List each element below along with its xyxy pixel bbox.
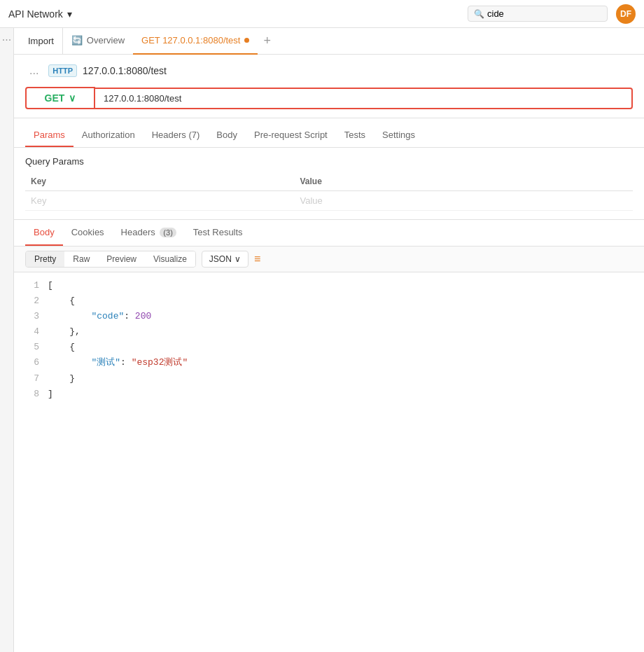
tab-headers[interactable]: Headers (7) (144, 124, 209, 147)
json-dropdown-chevron-icon: ∨ (234, 254, 241, 264)
avatar: DF (616, 4, 636, 24)
resp-tab-cookies[interactable]: Cookies (63, 220, 113, 246)
app-title-area: API Network ▾ (8, 8, 72, 20)
format-preview[interactable]: Preview (98, 251, 145, 267)
top-bar: API Network ▾ 🔍 DF (0, 0, 644, 28)
import-label: Import (28, 36, 54, 46)
format-raw[interactable]: Raw (64, 251, 98, 267)
search-icon: 🔍 (474, 9, 484, 19)
tab-params[interactable]: Params (25, 124, 74, 147)
tab-authorization[interactable]: Authorization (74, 124, 144, 147)
params-placeholder-row: Key Value (25, 191, 633, 211)
json-line-2: 2 { (25, 293, 633, 309)
json-line-5: 5 { (25, 340, 633, 355)
add-tab-button[interactable]: + (258, 34, 276, 48)
active-request-tab[interactable]: GET 127.0.0.1:8080/test (133, 28, 258, 55)
overview-icon: 🔄 (71, 35, 83, 46)
url-input-wrapper[interactable]: 127.0.0.1:8080/test (95, 88, 633, 109)
method-dropdown[interactable]: GET ∨ (25, 87, 95, 109)
tab-dot-icon (244, 38, 249, 43)
request-tabs: Params Authorization Headers (7) Body Pr… (14, 124, 644, 148)
sidebar: ··· (0, 28, 14, 652)
json-line-1: 1 [ (25, 278, 633, 293)
overview-tab[interactable]: 🔄 Overview (63, 28, 133, 55)
response-tabs: Body Cookies Headers (3) Test Results (14, 220, 644, 247)
url-display: 127.0.0.1:8080/test (104, 93, 181, 104)
tab-body[interactable]: Body (208, 124, 246, 147)
request-title: 127.0.0.1:8080/test (83, 65, 167, 76)
json-line-7: 7 } (25, 371, 633, 387)
ellipsis-menu[interactable]: ··· (2, 34, 11, 46)
col-value-header: Value (294, 172, 633, 191)
params-table: Key Value Key Value (25, 172, 633, 211)
resp-tab-headers[interactable]: Headers (3) (113, 220, 185, 246)
response-toolbar: Pretty Raw Preview Visualize JSON ∨ (14, 247, 644, 272)
json-line-6: 6 "测试": "esp32测试" (25, 355, 633, 370)
ellipsis-button[interactable]: ... (25, 63, 43, 78)
query-params-title: Query Params (25, 156, 633, 167)
content-area: Import 🔄 Overview GET 127.0.0.1:8080/tes… (14, 28, 644, 652)
format-tabs: Pretty Raw Preview Visualize (25, 251, 196, 268)
resp-tab-body[interactable]: Body (25, 220, 63, 246)
headers-badge: (3) (160, 228, 176, 237)
query-params-section: Query Params Key Value Key Value (14, 148, 644, 219)
json-line-8: 8 ] (25, 387, 633, 402)
json-content: 1 [ 2 { 3 "code": 200 4 }, (14, 272, 644, 652)
json-type-label: JSON (209, 254, 232, 264)
json-type-dropdown[interactable]: JSON ∨ (202, 251, 248, 268)
top-bar-right: 🔍 DF (468, 4, 636, 24)
overview-label: Overview (87, 35, 125, 46)
key-placeholder[interactable]: Key (25, 191, 294, 211)
request-area: ... HTTP 127.0.0.1:8080/test GET ∨ 127.0… (14, 55, 644, 118)
tab-prerequest[interactable]: Pre-request Script (246, 124, 336, 147)
http-badge: HTTP (48, 64, 77, 77)
tab-bar: Import 🔄 Overview GET 127.0.0.1:8080/tes… (14, 28, 644, 55)
dropdown-arrow-icon[interactable]: ▾ (67, 8, 72, 20)
format-pretty[interactable]: Pretty (26, 251, 64, 267)
resp-tab-test-results[interactable]: Test Results (185, 220, 251, 246)
json-line-3: 3 "code": 200 (25, 309, 633, 324)
method-label: GET (45, 92, 65, 104)
tab-settings[interactable]: Settings (374, 124, 424, 147)
search-box[interactable]: 🔍 (468, 6, 608, 22)
value-placeholder[interactable]: Value (294, 191, 633, 211)
app-title: API Network (8, 8, 63, 20)
col-key-header: Key (25, 172, 294, 191)
tab-tests[interactable]: Tests (336, 124, 374, 147)
import-tab[interactable]: Import (20, 28, 63, 55)
wrap-icon[interactable]: ≡ (254, 253, 260, 265)
json-line-4: 4 }, (25, 324, 633, 340)
format-visualize[interactable]: Visualize (145, 251, 195, 267)
main-layout: ··· Import 🔄 Overview GET 127.0.0.1:8080… (0, 28, 644, 652)
active-tab-label: GET 127.0.0.1:8080/test (141, 35, 240, 46)
response-area: Body Cookies Headers (3) Test Results Pr… (14, 219, 644, 652)
method-chevron-icon: ∨ (69, 92, 76, 104)
method-url-row: GET ∨ 127.0.0.1:8080/test (25, 87, 633, 109)
search-input[interactable] (487, 8, 592, 19)
